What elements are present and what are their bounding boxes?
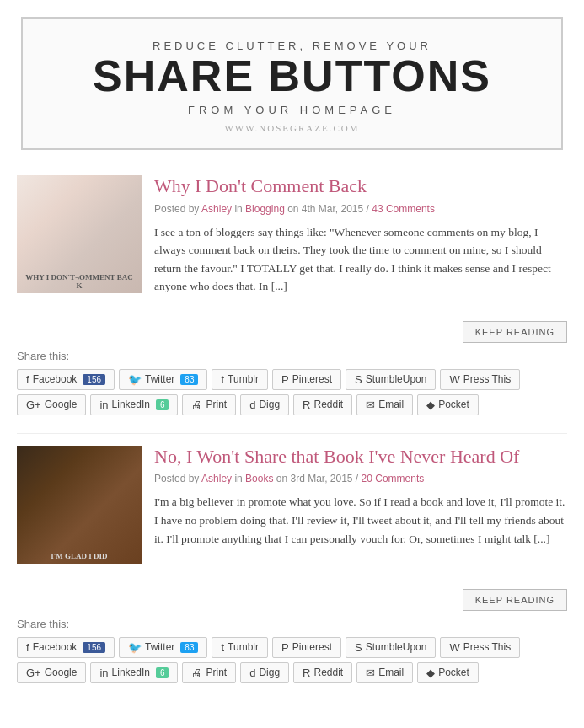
post-1-author[interactable]: Ashley: [201, 203, 232, 215]
print-label-2: Print: [206, 666, 227, 678]
post-1-share-row-1: f Facebook 156 🐦 Twitter 83 t Tumblr P P…: [17, 369, 567, 390]
tumblr-label: Tumblr: [228, 373, 259, 385]
post-1-keep-reading-button[interactable]: KEEP READING: [463, 321, 567, 343]
press-this-label-2: Press This: [463, 641, 511, 653]
post-1-category[interactable]: Blogging: [245, 203, 285, 215]
post-2-linkedin-button[interactable]: in LinkedIn 6: [90, 662, 178, 683]
post-2-author[interactable]: Ashley: [201, 473, 232, 484]
pocket-icon: ◆: [426, 399, 435, 411]
digg-icon-2: d: [249, 666, 255, 679]
google-label: Google: [45, 399, 78, 410]
stumbleupon-label: StumbleUpon: [366, 373, 427, 385]
post-2-reddit-button[interactable]: R Reddit: [293, 662, 352, 683]
post-2: No, I Won't Share that Book I've Never H…: [0, 437, 584, 581]
post-1-date: 4th Mar, 2015: [302, 203, 363, 215]
post-1-tumblr-button[interactable]: t Tumblr: [212, 369, 268, 390]
post-2-meta: Posted by Ashley in Books on 3rd Mar, 20…: [154, 473, 567, 484]
post-2-category[interactable]: Books: [245, 473, 273, 484]
post-2-press-this-button[interactable]: W Press This: [440, 637, 520, 658]
post-1-keep-reading-wrap: KEEP READING: [17, 321, 567, 343]
print-label: Print: [206, 399, 227, 410]
post-2-pocket-button[interactable]: ◆ Pocket: [417, 662, 479, 683]
post-2-content: No, I Won't Share that Book I've Never H…: [154, 446, 567, 548]
post-divider: [17, 433, 567, 434]
facebook-icon-2: f: [26, 641, 29, 654]
press-this-icon: W: [449, 373, 459, 386]
twitter-badge: 83: [180, 374, 198, 385]
post-1-print-button[interactable]: 🖨 Print: [182, 394, 236, 415]
post-2-title[interactable]: No, I Won't Share that Book I've Never H…: [154, 446, 567, 468]
email-label: Email: [378, 399, 404, 410]
post-1-digg-button[interactable]: d Digg: [240, 394, 289, 415]
post-1-comments[interactable]: 43 Comments: [372, 203, 435, 215]
post-1-pinterest-button[interactable]: P Pinterest: [272, 369, 341, 390]
email-icon-2: ✉: [366, 666, 375, 679]
post-2-print-button[interactable]: 🖨 Print: [182, 662, 236, 683]
post-2-digg-button[interactable]: d Digg: [240, 662, 289, 683]
post-1-thumbnail: [17, 175, 142, 293]
post-2-comments[interactable]: 20 Comments: [362, 473, 425, 484]
pinterest-label-2: Pinterest: [292, 641, 332, 653]
twitter-label: Twitter: [145, 373, 174, 385]
post-2-pinterest-button[interactable]: P Pinterest: [272, 637, 341, 658]
digg-icon: d: [249, 399, 255, 411]
post-1-twitter-button[interactable]: 🐦 Twitter 83: [119, 369, 207, 390]
post-2-stumbleupon-button[interactable]: S StumbleUpon: [346, 637, 436, 658]
hero-title: SHARE BUTTONS: [40, 52, 544, 100]
post-2-tumblr-button[interactable]: t Tumblr: [212, 637, 268, 658]
facebook-badge: 156: [83, 374, 105, 385]
post-1-stumbleupon-button[interactable]: S StumbleUpon: [346, 369, 436, 390]
post-1-meta: Posted by Ashley in Blogging on 4th Mar,…: [154, 203, 567, 215]
post-2-thumbnail: [17, 446, 142, 564]
press-this-label: Press This: [463, 373, 511, 385]
tumblr-icon-2: t: [221, 641, 224, 654]
pinterest-icon-2: P: [281, 641, 289, 654]
post-1-content: Why I Don't Comment Back Posted by Ashle…: [154, 175, 567, 296]
post-2-share-label: Share this:: [17, 618, 567, 630]
post-2-excerpt: I'm a big believer in promote what you l…: [154, 493, 567, 548]
twitter-icon-2: 🐦: [128, 641, 142, 654]
reddit-icon: R: [303, 399, 310, 411]
post-1-linkedin-button[interactable]: in LinkedIn 6: [90, 394, 178, 415]
reddit-label: Reddit: [313, 399, 343, 410]
linkedin-badge: 6: [156, 399, 169, 410]
press-this-icon-2: W: [449, 641, 459, 654]
post-1-reddit-button[interactable]: R Reddit: [293, 394, 352, 415]
reddit-icon-2: R: [303, 666, 310, 679]
post-2-facebook-button[interactable]: f Facebook 156: [17, 637, 115, 658]
digg-label-2: Digg: [259, 666, 280, 678]
stumbleupon-icon-2: S: [355, 641, 362, 654]
post-1-title[interactable]: Why I Don't Comment Back: [154, 175, 567, 197]
google-label-2: Google: [45, 666, 78, 678]
pocket-label: Pocket: [438, 399, 469, 410]
post-2-google-button[interactable]: G+ Google: [17, 662, 86, 683]
post-1-google-button[interactable]: G+ Google: [17, 394, 86, 415]
post-2-share-section: Share this: f Facebook 156 🐦 Twitter 83 …: [0, 616, 584, 698]
post-2-twitter-button[interactable]: 🐦 Twitter 83: [119, 637, 207, 658]
linkedin-label: LinkedIn: [112, 399, 150, 410]
post-1-facebook-button[interactable]: f Facebook 156: [17, 369, 115, 390]
post-2-keep-reading-button[interactable]: KEEP READING: [463, 589, 567, 611]
print-icon: 🖨: [191, 399, 202, 411]
reddit-label-2: Reddit: [313, 666, 343, 678]
email-label-2: Email: [378, 666, 404, 678]
post-1-press-this-button[interactable]: W Press This: [440, 369, 520, 390]
facebook-icon: f: [26, 373, 29, 386]
facebook-label: Facebook: [33, 373, 78, 385]
post-1-excerpt: I see a ton of bloggers say things like:…: [154, 223, 567, 296]
hero-subtitle-bottom: FROM YOUR HOMEPAGE: [40, 104, 544, 116]
email-icon: ✉: [366, 399, 375, 411]
post-2-share-row-1: f Facebook 156 🐦 Twitter 83 t Tumblr P P…: [17, 637, 567, 658]
twitter-badge-2: 83: [180, 642, 198, 653]
print-icon-2: 🖨: [191, 666, 202, 679]
pocket-icon-2: ◆: [426, 666, 435, 679]
post-1-share-label: Share this:: [17, 350, 567, 362]
post-1-email-button[interactable]: ✉ Email: [356, 394, 413, 415]
twitter-icon: 🐦: [128, 373, 142, 386]
twitter-label-2: Twitter: [145, 641, 174, 653]
linkedin-badge-2: 6: [156, 667, 169, 678]
post-2-email-button[interactable]: ✉ Email: [356, 662, 413, 683]
post-1-pocket-button[interactable]: ◆ Pocket: [417, 394, 479, 415]
hero-url: WWW.NOSEGRAZE.COM: [40, 123, 544, 133]
pocket-label-2: Pocket: [438, 666, 469, 678]
